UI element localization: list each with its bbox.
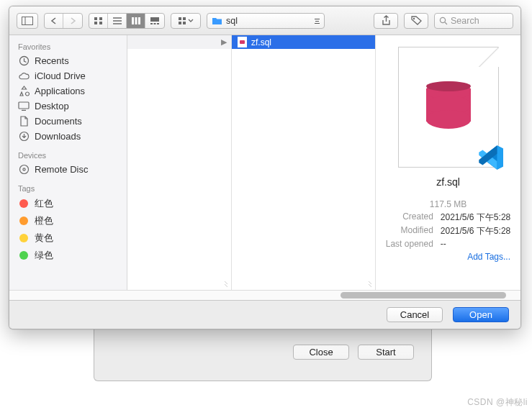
file-name: zf.sql (251, 37, 271, 47)
sidebar-toggle-button[interactable] (17, 13, 38, 29)
sidebar-item-label: 橙色 (35, 214, 53, 227)
sidebar-item-icloud[interactable]: iCloud Drive (9, 68, 127, 83)
sidebar: Favorites Recents iCloud Drive Applicati… (9, 35, 127, 290)
sidebar-item-documents[interactable]: Documents (9, 114, 127, 129)
svg-rect-15 (157, 23, 159, 24)
preview-thumbnail (398, 47, 499, 168)
sidebar-tag-red[interactable]: 红色 (9, 195, 127, 212)
apps-icon (18, 86, 30, 96)
sidebar-item-downloads[interactable]: Downloads (9, 129, 127, 144)
svg-rect-10 (135, 17, 137, 24)
sidebar-item-label: Remote Disc (35, 164, 88, 175)
sidebar-tag-yellow[interactable]: 黄色 (9, 229, 127, 247)
column-resize-handle[interactable] (366, 281, 374, 288)
desktop-icon (18, 101, 30, 111)
sidebar-item-desktop[interactable]: Desktop (9, 99, 127, 114)
svg-rect-13 (150, 23, 153, 24)
sidebar-item-label: iCloud Drive (35, 70, 86, 81)
view-icons-button[interactable] (89, 14, 108, 28)
sidebar-item-label: 黄色 (35, 232, 53, 245)
svg-line-22 (445, 22, 447, 24)
search-icon (439, 17, 448, 25)
svg-rect-16 (179, 17, 181, 20)
sidebar-tag-orange[interactable]: 橙色 (9, 212, 127, 229)
column-folders[interactable]: ▶ (127, 35, 232, 290)
forward-button[interactable] (63, 14, 82, 28)
svg-rect-2 (94, 17, 97, 20)
svg-rect-5 (99, 22, 102, 24)
vscode-icon (475, 142, 505, 173)
share-button[interactable] (374, 13, 398, 29)
group-by-button[interactable] (171, 13, 201, 29)
download-icon (18, 131, 30, 142)
column-row-selected[interactable]: ▶ (127, 35, 231, 49)
svg-rect-9 (132, 17, 134, 24)
view-mode-segment (89, 13, 165, 29)
disc-icon (18, 164, 30, 175)
back-button[interactable] (45, 14, 63, 28)
preview-filename: zf.sql (436, 176, 460, 188)
toolbar: sql Search (9, 6, 520, 35)
svg-rect-11 (138, 17, 140, 24)
meta-modified-label: Modified (386, 225, 433, 237)
meta-modified-value: 2021/5/6 下午5:28 (441, 225, 510, 237)
svg-point-20 (412, 18, 414, 19)
add-tags-link[interactable]: Add Tags... (467, 252, 515, 262)
open-file-dialog: sql Search Favorites Recents iCloud Driv… (9, 6, 521, 329)
folder-icon (212, 17, 222, 25)
sidebar-item-label: Documents (35, 116, 82, 127)
sidebar-item-remote-disc[interactable]: Remote Disc (9, 162, 127, 177)
open-button[interactable]: Open (453, 307, 509, 322)
svg-rect-24 (19, 102, 29, 109)
tag-dot-icon (18, 217, 30, 225)
tags-button[interactable] (404, 13, 428, 29)
svg-rect-4 (94, 22, 97, 24)
sidebar-item-applications[interactable]: Applications (9, 83, 127, 99)
preview-filesize: 117.5 MB (430, 199, 466, 209)
sidebar-item-label: Recents (35, 55, 69, 66)
watermark: CSDN @神秘li (467, 396, 528, 409)
cancel-button[interactable]: Cancel (387, 307, 443, 322)
file-row[interactable]: zf.sql (232, 35, 375, 49)
view-list-button[interactable] (108, 14, 127, 28)
database-icon (426, 81, 471, 133)
sidebar-item-label: 绿色 (35, 249, 53, 262)
dialog-footer: Cancel Open (9, 300, 520, 329)
svg-rect-17 (183, 17, 186, 20)
svg-rect-3 (99, 17, 102, 20)
preview-pane: zf.sql 117.5 MB Created 2021/5/6 下午5:28 … (376, 35, 520, 290)
path-label: sql (226, 16, 238, 26)
meta-created-value: 2021/5/6 下午5:28 (441, 211, 510, 224)
path-dropdown[interactable]: sql (207, 13, 325, 29)
dialog-body: Favorites Recents iCloud Drive Applicati… (9, 35, 520, 290)
view-columns-button[interactable] (127, 14, 145, 28)
svg-rect-19 (183, 22, 186, 24)
sidebar-item-recents[interactable]: Recents (9, 53, 127, 68)
svg-rect-12 (150, 17, 159, 22)
column-files[interactable]: zf.sql (232, 35, 376, 290)
horizontal-scrollbar[interactable] (9, 290, 520, 300)
meta-lastopened-label: Last opened (386, 239, 433, 249)
tags-heading: Tags (9, 183, 127, 195)
search-placeholder: Search (451, 16, 479, 26)
chevron-right-icon: ▶ (221, 37, 227, 47)
clock-icon (18, 55, 30, 66)
sidebar-item-label: Desktop (35, 101, 69, 111)
file-icon (238, 37, 247, 47)
svg-rect-14 (154, 23, 156, 24)
sidebar-item-label: Applications (35, 86, 85, 96)
favorites-heading: Favorites (9, 41, 127, 53)
tag-dot-icon (18, 234, 30, 242)
search-input[interactable]: Search (434, 13, 513, 29)
svg-point-28 (22, 168, 24, 170)
sidebar-tag-green[interactable]: 绿色 (9, 247, 127, 264)
column-resize-handle[interactable] (222, 281, 230, 288)
svg-point-27 (19, 165, 28, 174)
scrollbar-thumb[interactable] (341, 292, 506, 299)
start-button[interactable]: Start (358, 345, 414, 360)
tag-dot-icon (18, 251, 30, 260)
close-button[interactable]: Close (293, 345, 349, 360)
view-gallery-button[interactable] (145, 14, 164, 28)
nav-segment (44, 13, 83, 29)
cloud-icon (18, 72, 30, 81)
